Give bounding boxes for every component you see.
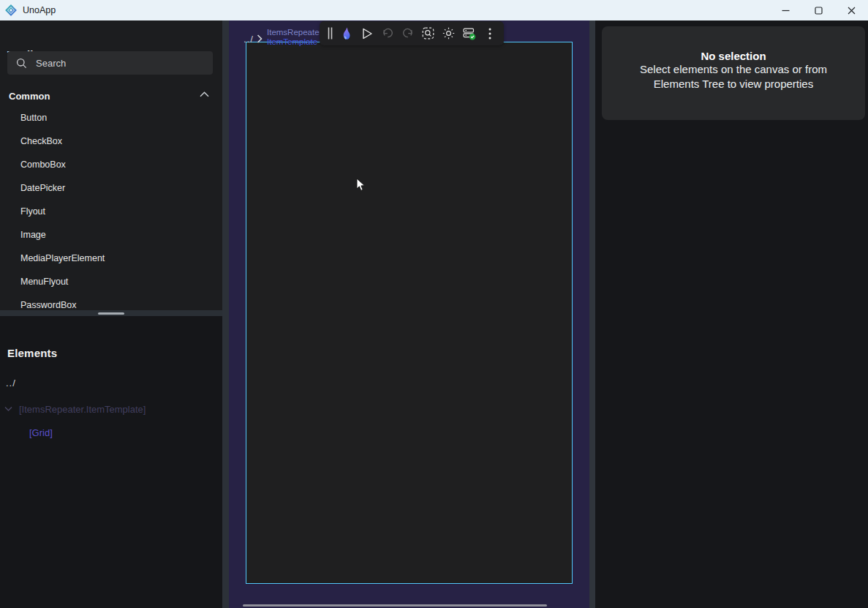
canvas-toolbar (320, 21, 504, 45)
drag-handle-icon (328, 27, 333, 40)
toolbox-item-combobox[interactable]: ComboBox (0, 153, 222, 176)
connection-status-button[interactable] (461, 25, 478, 42)
toolbox-list: Button CheckBox ComboBox DatePicker Flyo… (0, 106, 222, 310)
toolbox-panel: Toolbox Common Button CheckBox ComboBox … (0, 20, 222, 310)
toolbox-item-datepicker[interactable]: DatePicker (0, 176, 222, 200)
search-input[interactable] (36, 58, 213, 69)
toolbox-item-flyout[interactable]: Flyout (0, 200, 222, 223)
tree-item-label: [ItemsRepeater.ItemTemplate] (19, 404, 146, 415)
chevron-right-icon (257, 34, 263, 43)
no-selection-message-line1: Select elements on the canvas or from (602, 62, 865, 77)
undo-button[interactable] (379, 25, 396, 42)
window-controls (769, 0, 868, 20)
breadcrumb-template[interactable]: ItemTemplate (267, 37, 322, 47)
elements-panel: Elements ../ [ItemsRepeater.ItemTemplate… (0, 316, 222, 608)
minimize-button[interactable] (769, 0, 802, 20)
elements-parent-nav[interactable]: ../ (6, 378, 16, 389)
kebab-menu-icon (488, 28, 491, 40)
splitter-grip (98, 312, 124, 315)
properties-panel: No selection Select elements on the canv… (595, 20, 868, 608)
design-canvas[interactable]: ../ ItemsRepeater ItemTemplate (229, 20, 589, 608)
elements-title: Elements (7, 347, 57, 359)
uno-logo-icon (5, 4, 17, 16)
toolbox-item-menuflyout[interactable]: MenuFlyout (0, 270, 222, 293)
inspect-element-button[interactable] (420, 25, 437, 42)
toolbar-drag-handle[interactable] (325, 25, 334, 42)
toolbox-item-checkbox[interactable]: CheckBox (0, 130, 222, 153)
window-title: UnoApp (23, 5, 56, 15)
sun-icon (442, 27, 455, 40)
titlebar: UnoApp (0, 0, 868, 20)
search-icon (16, 58, 27, 69)
theme-toggle-button[interactable] (440, 25, 457, 42)
horizontal-scrollbar-thumb[interactable] (243, 604, 547, 607)
toolbox-item-mediaplayerelement[interactable]: MediaPlayerElement (0, 247, 222, 270)
toolbox-section-common[interactable]: Common (0, 85, 222, 107)
server-check-icon (463, 27, 476, 40)
hot-reload-flame-icon (341, 27, 352, 40)
close-icon (848, 7, 856, 15)
more-options-button[interactable] (481, 25, 498, 42)
breadcrumb-element[interactable]: ItemsRepeater (267, 28, 322, 37)
tree-item-itemsrepeater-itemtemplate[interactable]: [ItemsRepeater.ItemTemplate] (0, 402, 222, 416)
sidebar-canvas-splitter[interactable] (222, 20, 229, 608)
no-selection-title: No selection (602, 50, 865, 62)
no-selection-card: No selection Select elements on the canv… (602, 26, 865, 120)
play-icon (361, 28, 373, 40)
hot-reload-button[interactable] (338, 25, 355, 42)
chevron-down-icon (4, 406, 12, 412)
redo-button[interactable] (399, 25, 416, 42)
toolbox-item-passwordbox[interactable]: PasswordBox (0, 293, 222, 310)
canvas-parent-nav[interactable]: ../ (244, 34, 254, 45)
horizontal-splitter[interactable] (0, 310, 222, 316)
chevron-up-icon (200, 91, 209, 97)
design-surface[interactable] (246, 42, 573, 584)
redo-icon (402, 28, 414, 40)
app-window: UnoApp Toolbox Common (0, 0, 868, 608)
mouse-cursor (356, 178, 366, 195)
toolbox-item-image[interactable]: Image (0, 223, 222, 247)
maximize-button[interactable] (802, 0, 835, 20)
toolbox-search[interactable] (7, 51, 213, 75)
inspect-zoom-icon (422, 27, 434, 40)
section-label: Common (9, 91, 50, 102)
no-selection-message-line2: Elements Tree to view properties (602, 77, 865, 91)
close-button[interactable] (835, 0, 868, 20)
maximize-icon (815, 7, 823, 15)
canvas-breadcrumb: ItemsRepeater ItemTemplate (267, 28, 322, 47)
minimize-icon (782, 7, 790, 15)
canvas-properties-splitter[interactable] (589, 20, 595, 608)
left-sidebar: Toolbox Common Button CheckBox ComboBox … (0, 20, 222, 608)
play-button[interactable] (358, 25, 375, 42)
undo-icon (382, 28, 393, 40)
tree-item-grid[interactable]: [Grid] (0, 425, 222, 440)
tree-item-label: [Grid] (29, 427, 53, 438)
toolbox-item-button[interactable]: Button (0, 106, 222, 130)
